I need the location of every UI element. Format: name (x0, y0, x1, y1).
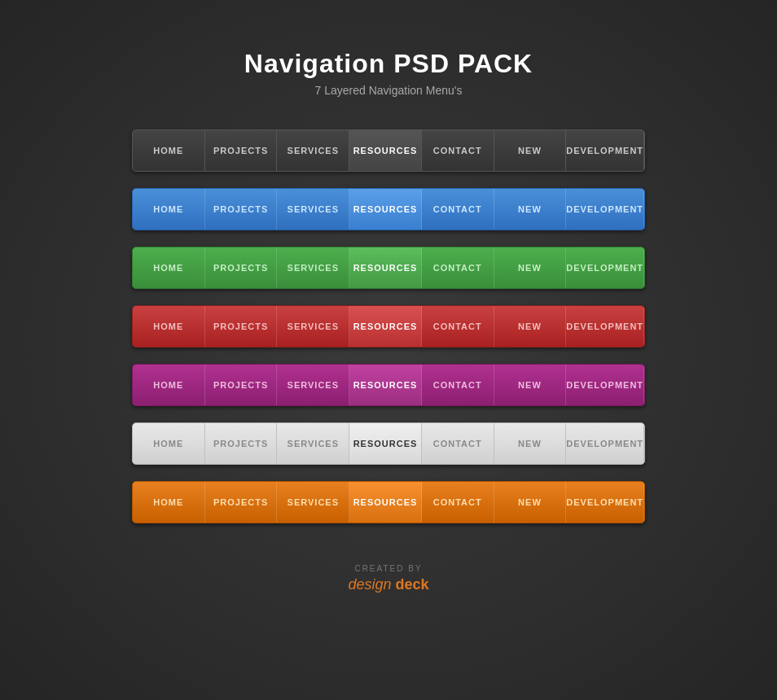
nav-orange: HOMEPROJECTSSERVICESRESOURCESCONTACTNEWD… (132, 481, 645, 523)
nav-green: HOMEPROJECTSSERVICESRESOURCESCONTACTNEWD… (132, 247, 645, 289)
nav-green-item-home[interactable]: HOME (133, 247, 205, 288)
nav-light-item-services[interactable]: SERVICES (277, 423, 349, 464)
nav-green-item-projects[interactable]: PROJECTS (205, 247, 278, 288)
nav-purple-item-home[interactable]: HOME (133, 365, 205, 405)
nav-green-item-resources[interactable]: RESOURCES (349, 247, 422, 288)
nav-blue-item-services[interactable]: SERVICES (277, 189, 349, 230)
nav-blue-item-home[interactable]: HOME (133, 189, 205, 230)
nav-light-item-home[interactable]: HOME (133, 423, 205, 464)
nav-light-item-new[interactable]: NEW (494, 423, 567, 464)
nav-purple-item-projects[interactable]: PROJECTS (205, 365, 278, 405)
nav-red-item-new[interactable]: NEW (494, 306, 567, 347)
footer-created-by: CREATED BY (348, 564, 428, 573)
nav-orange-item-development[interactable]: DEVELOPMENT (566, 482, 644, 523)
nav-light-item-development[interactable]: DEVELOPMENT (566, 423, 644, 464)
nav-orange-item-contact[interactable]: CONTACT (422, 482, 494, 523)
nav-orange-item-services[interactable]: SERVICES (277, 482, 349, 523)
nav-orange-item-home[interactable]: HOME (133, 482, 205, 523)
nav-orange-item-new[interactable]: NEW (494, 482, 567, 523)
nav-orange-item-projects[interactable]: PROJECTS (205, 482, 278, 523)
nav-light-item-contact[interactable]: CONTACT (422, 423, 494, 464)
nav-dark-item-projects[interactable]: PROJECTS (205, 130, 278, 171)
nav-purple-item-development[interactable]: DEVELOPMENT (566, 365, 644, 405)
nav-orange-item-resources[interactable]: RESOURCES (349, 482, 422, 523)
nav-blue-item-new[interactable]: NEW (494, 189, 567, 230)
nav-green-item-contact[interactable]: CONTACT (422, 247, 494, 288)
nav-dark-item-services[interactable]: SERVICES (277, 130, 349, 171)
nav-red-item-services[interactable]: SERVICES (277, 306, 349, 347)
nav-dark-item-development[interactable]: DEVELOPMENT (566, 130, 644, 171)
nav-purple-item-services[interactable]: SERVICES (277, 365, 349, 405)
nav-green-item-new[interactable]: NEW (494, 247, 567, 288)
page-title: Navigation PSD PACK (244, 49, 533, 79)
nav-blue-item-contact[interactable]: CONTACT (422, 189, 494, 230)
page-subtitle: 7 Layered Navigation Menu's (315, 84, 463, 97)
footer: CREATED BY design deck (348, 564, 428, 593)
nav-red-item-home[interactable]: HOME (133, 306, 205, 347)
nav-purple-item-new[interactable]: NEW (494, 365, 567, 405)
nav-dark-item-resources[interactable]: RESOURCES (349, 130, 422, 171)
navs-container: HOMEPROJECTSSERVICESRESOURCESCONTACTNEWD… (132, 129, 645, 540)
nav-purple-item-resources[interactable]: RESOURCES (349, 365, 422, 405)
nav-blue-item-development[interactable]: DEVELOPMENT (566, 189, 644, 230)
nav-red-item-resources[interactable]: RESOURCES (349, 306, 422, 347)
nav-red-item-projects[interactable]: PROJECTS (205, 306, 278, 347)
nav-dark-item-new[interactable]: NEW (494, 130, 567, 171)
nav-blue-item-projects[interactable]: PROJECTS (205, 189, 278, 230)
nav-red-item-contact[interactable]: CONTACT (422, 306, 494, 347)
nav-light-item-projects[interactable]: PROJECTS (205, 423, 278, 464)
nav-green-item-services[interactable]: SERVICES (277, 247, 349, 288)
nav-dark: HOMEPROJECTSSERVICESRESOURCESCONTACTNEWD… (132, 129, 645, 172)
nav-blue-item-resources[interactable]: RESOURCES (349, 189, 422, 230)
nav-light: HOMEPROJECTSSERVICESRESOURCESCONTACTNEWD… (132, 422, 645, 465)
footer-brand: design deck (348, 576, 428, 593)
nav-purple-item-contact[interactable]: CONTACT (422, 365, 494, 405)
nav-purple: HOMEPROJECTSSERVICESRESOURCESCONTACTNEWD… (132, 364, 645, 406)
nav-dark-item-contact[interactable]: CONTACT (422, 130, 494, 171)
nav-red-item-development[interactable]: DEVELOPMENT (566, 306, 644, 347)
nav-green-item-development[interactable]: DEVELOPMENT (566, 247, 644, 288)
nav-dark-item-home[interactable]: HOME (133, 130, 205, 171)
footer-brand-deck: deck (396, 576, 429, 593)
nav-red: HOMEPROJECTSSERVICESRESOURCESCONTACTNEWD… (132, 305, 645, 348)
nav-light-item-resources[interactable]: RESOURCES (349, 423, 422, 464)
nav-blue: HOMEPROJECTSSERVICESRESOURCESCONTACTNEWD… (132, 188, 645, 230)
footer-brand-design: design (348, 576, 391, 593)
